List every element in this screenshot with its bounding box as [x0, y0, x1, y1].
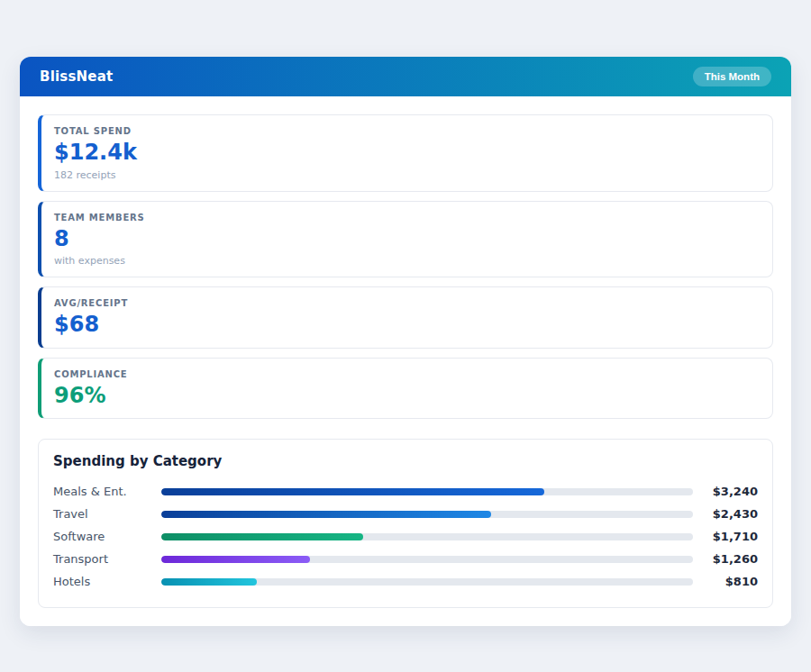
category-value: $3,240 [693, 485, 758, 498]
stat-label: TEAM MEMBERS [54, 213, 758, 222]
category-value: $2,430 [693, 507, 758, 521]
category-label: Transport [53, 552, 161, 566]
category-value: $1,260 [693, 552, 758, 566]
stat-subtext: with expenses [54, 255, 758, 267]
period-badge[interactable]: This Month [693, 67, 771, 86]
category-row: Transport $1,260 [53, 548, 758, 570]
stat-subtext: 182 receipts [54, 169, 758, 181]
category-value: $1,710 [693, 530, 758, 543]
category-bar-fill [161, 556, 310, 563]
category-bar-fill [161, 533, 363, 540]
stat-value: $12.4k [54, 141, 758, 166]
stat-card: AVG/RECEIPT $68 [38, 286, 773, 349]
category-row: Software $1,710 [53, 525, 758, 548]
category-bar-fill [161, 578, 257, 586]
stat-card: TEAM MEMBERS 8 with expenses [38, 201, 773, 278]
dashboard-body: TOTAL SPEND $12.4k 182 receipts TEAM MEM… [20, 96, 791, 626]
dashboard-window: BlissNeat This Month TOTAL SPEND $12.4k … [20, 57, 791, 626]
category-bar-fill [161, 488, 544, 495]
stat-card: TOTAL SPEND $12.4k 182 receipts [38, 114, 773, 192]
app-title: BlissNeat [40, 68, 113, 85]
category-bar-track [161, 511, 693, 518]
category-row: Hotels $810 [53, 570, 758, 593]
category-row: Travel $2,430 [53, 503, 758, 525]
category-bar-track [161, 488, 693, 495]
stat-label: COMPLIANCE [54, 369, 758, 379]
category-value: $810 [693, 575, 758, 588]
category-label: Software [53, 530, 161, 543]
stat-value: 8 [54, 227, 758, 252]
category-label: Meals & Ent. [53, 485, 161, 498]
stat-label: TOTAL SPEND [54, 126, 758, 136]
category-row: Meals & Ent. $3,240 [53, 480, 758, 503]
stat-label: AVG/RECEIPT [54, 298, 758, 308]
category-bar-track [161, 556, 693, 563]
category-label: Hotels [53, 575, 161, 588]
app-header: BlissNeat This Month [20, 57, 791, 96]
chart-title: Spending by Category [53, 453, 758, 469]
category-bar-track [161, 533, 693, 540]
category-bar-fill [161, 511, 491, 518]
category-label: Travel [53, 507, 161, 521]
category-rows: Meals & Ent. $3,240 Travel $2,430 Softwa… [53, 480, 758, 593]
spending-by-category-card: Spending by Category Meals & Ent. $3,240… [38, 439, 773, 608]
stat-card: COMPLIANCE 96% [38, 358, 773, 420]
stats-list: TOTAL SPEND $12.4k 182 receipts TEAM MEM… [38, 114, 773, 419]
stat-value: $68 [54, 313, 758, 338]
stat-value: 96% [54, 384, 758, 409]
category-bar-track [161, 578, 693, 586]
